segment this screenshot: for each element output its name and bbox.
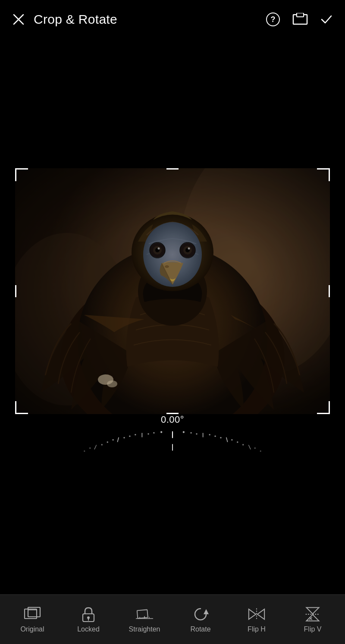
- original-label: Original: [20, 625, 44, 633]
- svg-line-40: [117, 438, 119, 442]
- svg-point-55: [231, 439, 232, 440]
- svg-marker-73: [204, 609, 209, 614]
- flip-h-icon: [248, 606, 265, 623]
- svg-line-54: [226, 438, 228, 442]
- svg-point-46: [84, 450, 85, 452]
- svg-point-59: [254, 447, 256, 449]
- svg-marker-74: [249, 609, 256, 619]
- svg-point-49: [196, 433, 197, 434]
- page-title: Crop & Rotate: [34, 12, 117, 27]
- bird-photo: [15, 168, 330, 414]
- svg-point-48: [190, 432, 191, 434]
- straighten-label: Straighten: [129, 625, 160, 633]
- tool-rotate[interactable]: Rotate: [172, 606, 229, 633]
- rotate-label: Rotate: [190, 625, 210, 633]
- svg-point-60: [260, 450, 261, 452]
- svg-point-47: [183, 431, 185, 433]
- tool-locked[interactable]: Locked: [60, 606, 116, 633]
- svg-point-56: [237, 441, 238, 443]
- svg-point-34: [153, 432, 154, 434]
- svg-point-45: [89, 447, 91, 449]
- flip-h-label: Flip H: [248, 625, 266, 633]
- svg-point-35: [147, 433, 149, 434]
- bottom-toolbar: Original Locked: [0, 594, 345, 644]
- locked-icon: [80, 606, 97, 623]
- tool-flip-h[interactable]: Flip H: [229, 606, 285, 633]
- svg-marker-77: [306, 608, 319, 614]
- svg-point-33: [160, 431, 162, 433]
- straighten-icon: [136, 606, 153, 623]
- rotation-dial[interactable]: [43, 429, 302, 453]
- svg-rect-31: [15, 168, 330, 414]
- svg-point-43: [101, 444, 103, 445]
- svg-point-53: [220, 437, 221, 438]
- tool-flip-v[interactable]: Flip V: [285, 606, 341, 633]
- help-button[interactable]: ?: [266, 12, 280, 27]
- image-area[interactable]: [15, 168, 330, 414]
- svg-line-44: [94, 445, 96, 449]
- tool-original[interactable]: Original: [4, 606, 60, 633]
- locked-label: Locked: [77, 625, 100, 633]
- svg-point-39: [123, 437, 125, 438]
- header-right: ?: [266, 12, 333, 27]
- flip-v-icon: [304, 606, 321, 623]
- tool-straighten[interactable]: Straighten: [116, 606, 172, 633]
- svg-text:?: ?: [271, 15, 276, 24]
- flip-v-label: Flip V: [304, 625, 322, 633]
- svg-line-58: [249, 445, 251, 449]
- header: Crop & Rotate ?: [0, 0, 345, 39]
- angle-value: 0.00°: [161, 414, 184, 425]
- rotate-icon: [192, 606, 209, 623]
- svg-point-38: [129, 436, 130, 437]
- svg-point-57: [242, 444, 244, 445]
- close-button[interactable]: [12, 13, 25, 26]
- svg-point-52: [214, 436, 216, 437]
- svg-rect-68: [137, 609, 148, 618]
- svg-marker-75: [257, 609, 264, 619]
- svg-point-41: [112, 439, 113, 440]
- svg-point-37: [135, 434, 136, 435]
- header-left: Crop & Rotate: [12, 12, 117, 27]
- aspect-ratio-button[interactable]: [292, 13, 308, 26]
- original-icon: [24, 606, 41, 623]
- svg-point-51: [209, 434, 210, 435]
- done-button[interactable]: [320, 13, 333, 26]
- svg-point-42: [107, 441, 108, 443]
- svg-marker-78: [306, 615, 319, 621]
- angle-ruler[interactable]: 0.00°: [0, 414, 345, 453]
